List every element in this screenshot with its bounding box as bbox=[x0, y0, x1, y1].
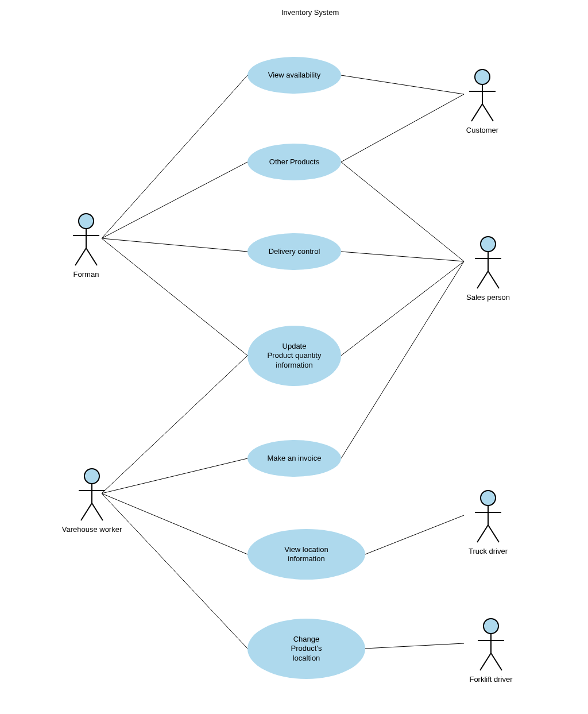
usecase-label: Other Products bbox=[269, 157, 319, 167]
edge-fork-changeloc bbox=[365, 643, 464, 649]
svg-line-9 bbox=[482, 104, 493, 121]
usecase-make-invoice: Make an invoice bbox=[247, 440, 341, 477]
usecase-label: Make an invoice bbox=[268, 454, 322, 463]
svg-point-20 bbox=[481, 491, 496, 505]
usecase-update-qty: Update Product quantity information bbox=[247, 326, 341, 386]
svg-line-4 bbox=[86, 248, 97, 265]
actor-customer-label: Customer bbox=[459, 126, 505, 134]
svg-point-25 bbox=[483, 619, 498, 634]
diagram-canvas: Inventory System Forman Customer bbox=[0, 0, 588, 714]
edge-forman-updateqty bbox=[102, 238, 247, 356]
stick-figure-icon bbox=[467, 68, 498, 122]
svg-line-23 bbox=[477, 525, 488, 542]
edge-forman-other bbox=[102, 162, 247, 238]
svg-line-14 bbox=[488, 271, 499, 288]
edge-forman-viewavail bbox=[102, 75, 247, 238]
svg-point-10 bbox=[481, 237, 496, 252]
actor-warehouse: Varehouse worker bbox=[52, 468, 132, 534]
usecase-label: View availability bbox=[268, 71, 321, 80]
svg-line-24 bbox=[488, 525, 499, 542]
usecase-view-location: View location information bbox=[247, 529, 365, 580]
usecase-label: View location information bbox=[284, 545, 328, 564]
usecase-label: Delivery control bbox=[269, 247, 320, 256]
edge-truck-viewloc bbox=[365, 515, 464, 554]
actor-truck: Truck driver bbox=[459, 489, 517, 555]
usecase-label: Update Product quantity information bbox=[268, 342, 322, 370]
actor-customer: Customer bbox=[459, 68, 505, 134]
stick-figure-icon bbox=[475, 617, 506, 671]
stick-figure-icon bbox=[473, 489, 504, 543]
svg-point-15 bbox=[84, 469, 99, 484]
edge-sales-updateqty bbox=[341, 261, 464, 356]
usecase-view-availability: View availability bbox=[247, 57, 341, 94]
actor-forman: Forman bbox=[63, 213, 109, 279]
diagram-title: Inventory System bbox=[253, 8, 368, 17]
stick-figure-icon bbox=[76, 468, 107, 522]
actor-warehouse-label: Varehouse worker bbox=[52, 525, 132, 534]
usecase-delivery-control: Delivery control bbox=[247, 233, 341, 270]
edge-customer-other bbox=[341, 94, 464, 162]
actor-forman-label: Forman bbox=[63, 270, 109, 279]
svg-line-13 bbox=[477, 271, 488, 288]
edge-sales-invoice bbox=[341, 261, 464, 458]
stick-figure-icon bbox=[71, 213, 102, 267]
actor-forklift-label: Forklift driver bbox=[459, 675, 523, 684]
actor-truck-label: Truck driver bbox=[459, 547, 517, 555]
svg-line-28 bbox=[480, 653, 491, 670]
usecase-change-location: Change Product's localtion bbox=[247, 619, 365, 679]
actor-sales: Sales person bbox=[459, 236, 517, 302]
svg-point-0 bbox=[79, 214, 94, 229]
svg-point-5 bbox=[475, 70, 490, 84]
edge-sales-other bbox=[341, 162, 464, 261]
svg-line-8 bbox=[471, 104, 482, 121]
actor-forklift: Forklift driver bbox=[459, 617, 523, 684]
stick-figure-icon bbox=[473, 236, 504, 290]
svg-line-18 bbox=[81, 503, 92, 520]
edge-customer-viewavail bbox=[341, 75, 464, 94]
actor-sales-label: Sales person bbox=[459, 293, 517, 302]
usecase-other-products: Other Products bbox=[247, 144, 341, 180]
edge-forman-delivery bbox=[102, 238, 247, 252]
usecase-label: Change Product's localtion bbox=[291, 635, 322, 663]
edge-sales-delivery bbox=[341, 252, 464, 261]
svg-line-3 bbox=[75, 248, 86, 265]
svg-line-29 bbox=[491, 653, 502, 670]
svg-line-19 bbox=[92, 503, 103, 520]
